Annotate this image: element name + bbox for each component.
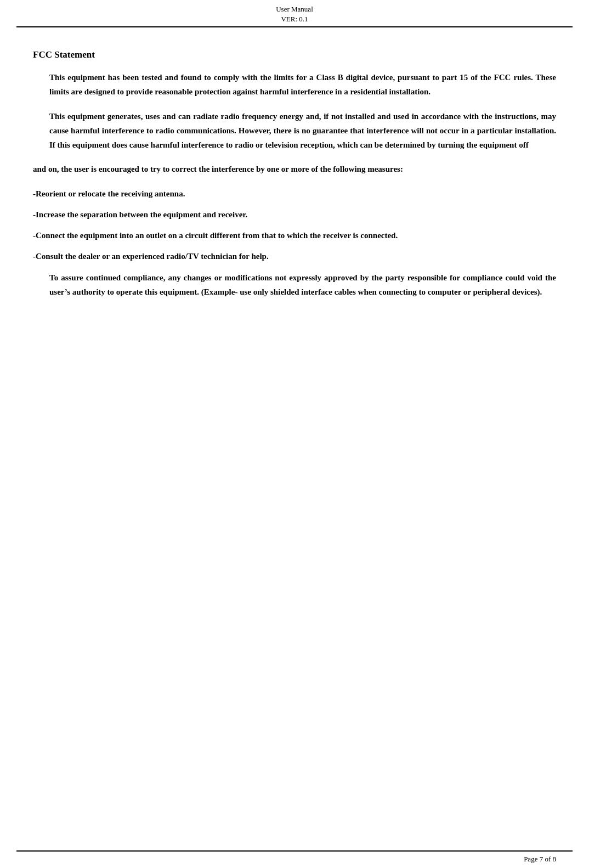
- document-header: User Manual VER: 0.1: [0, 0, 589, 27]
- page-number: Page 7 of 8: [0, 852, 589, 868]
- paragraph-3: and on, the user is encouraged to try to…: [33, 162, 556, 176]
- document-footer: Page 7 of 8: [0, 850, 589, 868]
- paragraph-2: This equipment generates, uses and can r…: [33, 109, 556, 153]
- paragraph-1: This equipment has been tested and found…: [33, 70, 556, 99]
- main-content: FCC Statement This equipment has been te…: [0, 33, 589, 342]
- bullet-3: -Connect the equipment into an outlet on…: [33, 228, 556, 243]
- paragraph-4: To assure continued compliance, any chan…: [33, 270, 556, 300]
- bullet-4: -Consult the dealer or an experienced ra…: [33, 249, 556, 263]
- bullet-1: -Reorient or relocate the receiving ante…: [33, 187, 556, 201]
- header-divider: [16, 26, 573, 27]
- section-title: FCC Statement: [33, 49, 556, 60]
- header-line1: User Manual: [0, 4, 589, 14]
- bullet-2: -Increase the separation between the equ…: [33, 207, 556, 222]
- header-line2: VER: 0.1: [0, 14, 589, 24]
